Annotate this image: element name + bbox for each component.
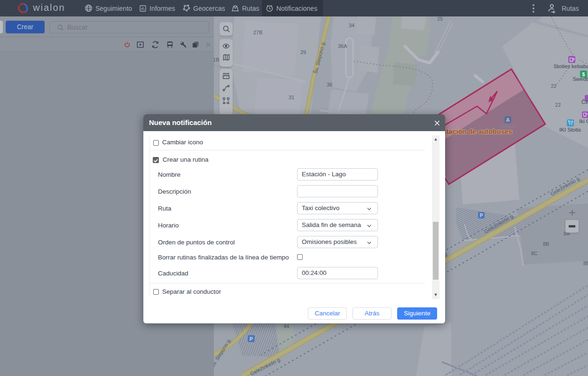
svg-text:Swedbank: Swedbank	[572, 76, 588, 82]
svg-text:36: 36	[327, 82, 332, 87]
svg-text:27B: 27B	[253, 30, 263, 35]
svg-text:34: 34	[349, 23, 354, 28]
svg-text:Vilnius: Vilnius	[500, 124, 516, 129]
svg-text:29: 29	[300, 49, 306, 55]
svg-text:22: 22	[551, 83, 557, 89]
svg-text:IKI Stotis: IKI Stotis	[559, 127, 581, 133]
svg-text:Čili: Čili	[581, 99, 588, 105]
svg-text:25: 25	[437, 16, 443, 22]
svg-text:8C: 8C	[531, 251, 538, 256]
svg-text:44: 44	[283, 323, 289, 329]
svg-text:Stoties kebabai: Stoties kebabai	[554, 63, 588, 69]
svg-text:P: P	[250, 336, 253, 342]
svg-text:8B: 8B	[583, 260, 588, 266]
svg-text:31: 31	[289, 94, 294, 100]
svg-text:P: P	[480, 213, 483, 218]
svg-text:22: 22	[555, 102, 561, 108]
svg-text:31B: 31B	[214, 57, 220, 63]
svg-text:8B: 8B	[543, 241, 549, 247]
svg-text:Iki Ca: Iki Ca	[579, 118, 588, 124]
svg-text:A: A	[506, 117, 510, 123]
svg-text:36A: 36A	[338, 43, 347, 49]
